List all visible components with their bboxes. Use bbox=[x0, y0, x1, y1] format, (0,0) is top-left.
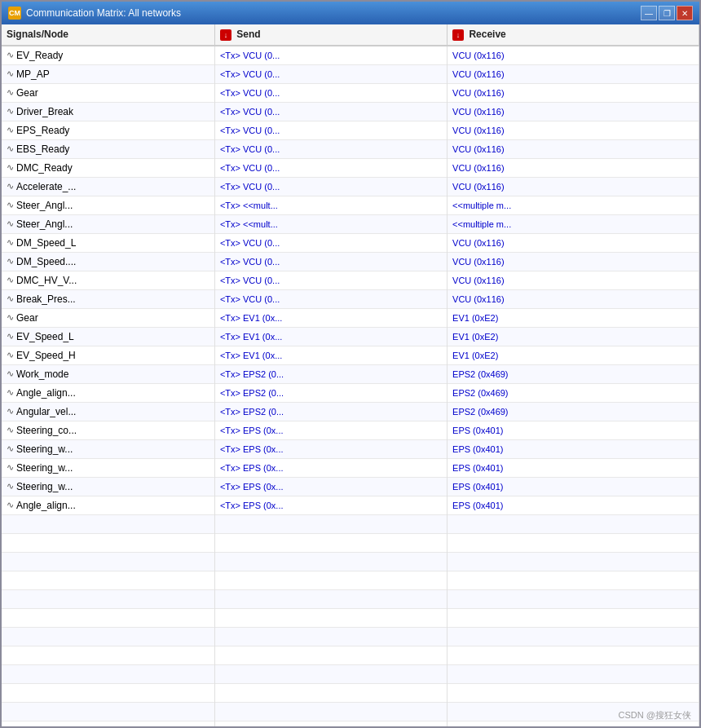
signal-name-cell: ∿Driver_Break bbox=[2, 102, 214, 121]
table-row[interactable]: ∿Driver_Break<Tx> VCU (0...VCU (0x116) bbox=[2, 102, 699, 121]
wave-icon: ∿ bbox=[7, 162, 14, 173]
receive-cell: EPS (0x401) bbox=[447, 458, 699, 477]
close-button[interactable]: ✕ bbox=[677, 6, 693, 20]
signal-name-cell: ∿Angle_align... bbox=[2, 383, 214, 402]
table-row[interactable]: ∿Accelerate_...<Tx> VCU (0...VCU (0x116) bbox=[2, 177, 699, 196]
send-cell: <Tx> VCU (0... bbox=[214, 83, 447, 102]
receive-cell: VCU (0x116) bbox=[447, 121, 699, 139]
send-cell: <Tx> EPS (0x... bbox=[214, 477, 447, 496]
signal-name-cell: ∿Angular_vel... bbox=[2, 402, 214, 421]
empty-row bbox=[2, 552, 699, 571]
empty-row bbox=[2, 664, 699, 683]
table-row[interactable]: ∿EPS_Ready<Tx> VCU (0...VCU (0x116) bbox=[2, 121, 699, 139]
receive-cell: EPS2 (0x469) bbox=[447, 383, 699, 402]
receive-cell: <<multiple m... bbox=[447, 214, 699, 233]
send-cell: <Tx> VCU (0... bbox=[214, 121, 447, 139]
receive-cell: VCU (0x116) bbox=[447, 289, 699, 308]
empty-row bbox=[2, 589, 699, 608]
table-row[interactable]: ∿Steering_w...<Tx> EPS (0x...EPS (0x401) bbox=[2, 439, 699, 458]
wave-icon: ∿ bbox=[7, 350, 14, 360]
send-cell: <Tx> <<mult... bbox=[214, 214, 447, 233]
receive-icon: ↓ bbox=[452, 29, 464, 41]
table-row[interactable]: ∿Steering_w...<Tx> EPS (0x...EPS (0x401) bbox=[2, 458, 699, 477]
signal-name-cell: ∿DM_Speed_L bbox=[2, 233, 214, 252]
signal-name-cell: ∿Steering_w... bbox=[2, 439, 214, 458]
table-row[interactable]: ∿Steering_w...<Tx> EPS (0x...EPS (0x401) bbox=[2, 477, 699, 496]
table-row[interactable]: ∿Gear<Tx> VCU (0...VCU (0x116) bbox=[2, 83, 699, 102]
send-icon: ↓ bbox=[220, 29, 231, 41]
receive-cell: EV1 (0xE2) bbox=[447, 308, 699, 327]
table-row[interactable]: ∿Angle_align...<Tx> EPS2 (0...EPS2 (0x46… bbox=[2, 383, 699, 402]
receive-cell: VCU (0x116) bbox=[447, 158, 699, 177]
wave-icon: ∿ bbox=[7, 293, 14, 304]
send-cell: <Tx> EV1 (0x... bbox=[214, 327, 447, 346]
table-row[interactable]: ∿Angular_vel...<Tx> EPS2 (0...EPS2 (0x46… bbox=[2, 402, 699, 421]
table-row[interactable]: ∿Work_mode<Tx> EPS2 (0...EPS2 (0x469) bbox=[2, 364, 699, 383]
table-row[interactable]: ∿EV_Speed_H<Tx> EV1 (0x...EV1 (0xE2) bbox=[2, 346, 699, 364]
wave-icon: ∿ bbox=[7, 312, 14, 323]
title-bar-left: CM Communication Matrix: All networks bbox=[8, 7, 181, 20]
empty-row bbox=[2, 608, 699, 627]
col-signal-node: Signals/Node bbox=[2, 24, 214, 46]
send-cell: <Tx> EV1 (0x... bbox=[214, 346, 447, 364]
table-row[interactable]: ∿DMC_Ready<Tx> VCU (0...VCU (0x116) bbox=[2, 158, 699, 177]
receive-cell: EPS2 (0x469) bbox=[447, 364, 699, 383]
send-cell: <Tx> VCU (0... bbox=[214, 139, 447, 158]
table-row[interactable]: ∿Steer_Angl...<Tx> <<mult...<<multiple m… bbox=[2, 196, 699, 214]
send-cell: <Tx> EPS (0x... bbox=[214, 496, 447, 514]
wave-icon: ∿ bbox=[7, 218, 14, 229]
table-row[interactable]: ∿DM_Speed_L<Tx> VCU (0...VCU (0x116) bbox=[2, 233, 699, 252]
signal-name-cell: ∿Break_Pres... bbox=[2, 289, 214, 308]
signal-name-cell: ∿Gear bbox=[2, 83, 214, 102]
wave-icon: ∿ bbox=[7, 387, 14, 398]
empty-row bbox=[2, 683, 699, 702]
table-row[interactable]: ∿Break_Pres...<Tx> VCU (0...VCU (0x116) bbox=[2, 289, 699, 308]
wave-icon: ∿ bbox=[7, 50, 14, 60]
receive-cell: EV1 (0xE2) bbox=[447, 327, 699, 346]
table-row[interactable]: ∿Steering_co...<Tx> EPS (0x...EPS (0x401… bbox=[2, 421, 699, 439]
table-row[interactable]: ∿EV_Speed_L<Tx> EV1 (0x...EV1 (0xE2) bbox=[2, 327, 699, 346]
table-row[interactable]: ∿MP_AP<Tx> VCU (0...VCU (0x116) bbox=[2, 64, 699, 83]
signal-name-cell: ∿DMC_HV_V... bbox=[2, 271, 214, 289]
title-controls: — ❐ ✕ bbox=[641, 6, 693, 20]
signal-name-cell: ∿EPS_Ready bbox=[2, 121, 214, 139]
table-row[interactable]: ∿Gear<Tx> EV1 (0x...EV1 (0xE2) bbox=[2, 308, 699, 327]
wave-icon: ∿ bbox=[7, 462, 14, 473]
send-cell: <Tx> VCU (0... bbox=[214, 252, 447, 271]
col-receive: ↓ Receive bbox=[447, 24, 699, 46]
send-cell: <Tx> EPS (0x... bbox=[214, 421, 447, 439]
send-cell: <Tx> EPS2 (0... bbox=[214, 364, 447, 383]
table-row[interactable]: ∿DM_Speed....<Tx> VCU (0...VCU (0x116) bbox=[2, 252, 699, 271]
wave-icon: ∿ bbox=[7, 275, 14, 285]
send-cell: <Tx> VCU (0... bbox=[214, 177, 447, 196]
table-header-row: Signals/Node ↓ Send ↓ Receive bbox=[2, 24, 699, 46]
wave-icon: ∿ bbox=[7, 200, 14, 210]
signal-name-cell: ∿Gear bbox=[2, 308, 214, 327]
wave-icon: ∿ bbox=[7, 406, 14, 417]
send-cell: <Tx> EPS (0x... bbox=[214, 439, 447, 458]
wave-icon: ∿ bbox=[7, 143, 14, 154]
signal-name-cell: ∿Steering_w... bbox=[2, 477, 214, 496]
maximize-button[interactable]: ❐ bbox=[659, 6, 675, 20]
send-cell: <Tx> VCU (0... bbox=[214, 158, 447, 177]
receive-cell: VCU (0x116) bbox=[447, 139, 699, 158]
table-row[interactable]: ∿DMC_HV_V...<Tx> VCU (0...VCU (0x116) bbox=[2, 271, 699, 289]
minimize-button[interactable]: — bbox=[641, 6, 657, 20]
table-row[interactable]: ∿EV_Ready<Tx> VCU (0...VCU (0x116) bbox=[2, 46, 699, 65]
empty-row bbox=[2, 533, 699, 552]
signal-name-cell: ∿Steer_Angl... bbox=[2, 196, 214, 214]
table-row[interactable]: ∿Angle_align...<Tx> EPS (0x...EPS (0x401… bbox=[2, 496, 699, 514]
table-row[interactable]: ∿EBS_Ready<Tx> VCU (0...VCU (0x116) bbox=[2, 139, 699, 158]
empty-row bbox=[2, 721, 699, 726]
window-title: Communication Matrix: All networks bbox=[26, 7, 181, 19]
receive-cell: VCU (0x116) bbox=[447, 177, 699, 196]
table-row[interactable]: ∿Steer_Angl...<Tx> <<mult...<<multiple m… bbox=[2, 214, 699, 233]
receive-cell: EPS (0x401) bbox=[447, 496, 699, 514]
signal-name-cell: ∿DMC_Ready bbox=[2, 158, 214, 177]
empty-row bbox=[2, 571, 699, 589]
signal-name-cell: ∿MP_AP bbox=[2, 64, 214, 83]
send-cell: <Tx> VCU (0... bbox=[214, 64, 447, 83]
send-cell: <Tx> VCU (0... bbox=[214, 46, 447, 65]
wave-icon: ∿ bbox=[7, 256, 14, 267]
send-cell: <Tx> VCU (0... bbox=[214, 271, 447, 289]
